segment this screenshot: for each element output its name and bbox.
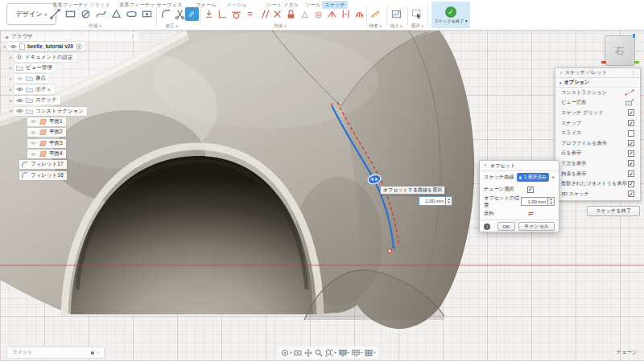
expand-caret-icon[interactable]: ▸ xyxy=(8,65,14,70)
perpendicular-constraint-icon[interactable] xyxy=(216,7,229,21)
section-collapse-icon[interactable]: ▾ xyxy=(559,80,562,85)
browser-item-fillet17[interactable]: フィレット17 xyxy=(2,159,138,170)
modify-group-dropdown[interactable]: 修正 ▾ xyxy=(165,23,177,30)
checkbox-checked[interactable]: ✓ xyxy=(628,170,634,177)
browser-item-bodies[interactable]: ▸ ボディ xyxy=(2,84,138,95)
offset-position-input[interactable]: 1.00 mm xyxy=(521,197,548,206)
zoom-tool[interactable] xyxy=(315,349,323,357)
fix-lock-constraint-icon[interactable] xyxy=(284,7,298,21)
browser-item-document-settings[interactable]: ▸ ドキュメントの設定 xyxy=(2,51,138,62)
palette-row-slice[interactable]: スライス xyxy=(555,128,640,138)
palette-menu-icon[interactable]: ⋮ xyxy=(631,70,636,76)
parallel-constraint-icon[interactable] xyxy=(257,7,270,21)
options-section-header[interactable]: ▾ オプション xyxy=(555,78,640,88)
viewports[interactable]: ▾ xyxy=(365,349,375,357)
finish-sketch-palette-button[interactable]: スケッチを終了 xyxy=(587,206,640,216)
visibility-eye-icon[interactable] xyxy=(16,109,23,113)
ok-button[interactable]: OK xyxy=(497,222,516,231)
dimension-constraint-icon[interactable] xyxy=(202,7,216,21)
offset-dialog-titlebar[interactable]: ⠿ オフセット xyxy=(480,161,559,171)
inspect-group-dropdown[interactable]: 検査 ▾ xyxy=(369,23,381,30)
expand-caret-icon[interactable]: ▸ xyxy=(8,55,14,59)
curvature-constraint-icon[interactable] xyxy=(353,7,366,21)
visibility-eye-off-icon[interactable] xyxy=(30,152,37,157)
display-settings[interactable]: ▾ xyxy=(339,349,349,357)
insert-canvas-icon[interactable] xyxy=(390,7,403,21)
palette-row-snap[interactable]: スナップ ✓ xyxy=(555,118,640,129)
palette-row-show-constraints[interactable]: 拘束を表示 ✓ xyxy=(555,169,640,179)
cancel-button[interactable]: キャンセル xyxy=(518,222,555,231)
offset-position-stepper[interactable]: ▲▼ xyxy=(548,197,555,206)
view-cube[interactable]: 右 xyxy=(605,35,635,66)
palette-row-show-points[interactable]: 点を表示 ✓ xyxy=(555,149,640,159)
visibility-eye-icon[interactable] xyxy=(10,44,17,49)
checkbox-checked[interactable]: ✓ xyxy=(628,109,634,116)
circle-tool-icon[interactable] xyxy=(79,7,93,21)
drag-grip-icon[interactable]: ⠿ xyxy=(484,163,487,168)
visibility-eye-off-icon[interactable] xyxy=(30,119,37,124)
collapse-browser-icon[interactable]: ◀ xyxy=(5,35,8,39)
visibility-eye-off-icon[interactable] xyxy=(16,76,23,81)
spline-tool-icon[interactable] xyxy=(94,7,108,21)
checkbox-unchecked[interactable] xyxy=(628,130,634,137)
coincident-constraint-icon[interactable] xyxy=(270,7,284,21)
fillet-tool-icon[interactable] xyxy=(159,7,173,21)
checkbox-checked[interactable]: ✓ xyxy=(628,191,634,197)
construction-line-icon[interactable] xyxy=(625,89,634,96)
browser-item-origin[interactable]: ▸ 原点 xyxy=(2,73,138,84)
checkbox-checked[interactable]: ✓ xyxy=(628,150,634,157)
info-icon[interactable]: i xyxy=(484,224,490,230)
browser-root-item[interactable]: ▾ beetle_tutorial v20 xyxy=(2,41,138,51)
polygon-tool-icon[interactable] xyxy=(109,7,123,21)
offset-value-input[interactable]: 1.00 mm xyxy=(419,196,446,206)
palette-row-sketch-grid[interactable]: スケッチ グリッド ✓ xyxy=(555,108,640,118)
select-tool-icon[interactable] xyxy=(410,7,423,21)
finish-sketch-button[interactable]: ✓ スケッチを終了 ▾ xyxy=(431,2,470,28)
midpoint-constraint-icon[interactable] xyxy=(325,7,339,21)
drag-grip-icon[interactable]: ⠿ xyxy=(559,71,563,76)
selection-chip[interactable]: 1 選択済み xyxy=(517,173,549,182)
browser-item-plane2[interactable]: 平面2 xyxy=(2,127,138,137)
checkbox-checked[interactable]: ✓ xyxy=(628,120,634,126)
look-at-tool[interactable] xyxy=(294,349,302,357)
palette-row-3d-sketch[interactable]: 3D スケッチ ✓ xyxy=(555,189,640,199)
expand-caret-icon[interactable]: ▾ xyxy=(2,44,7,49)
palette-row-show-profile[interactable]: プロファイルを表示 ✓ xyxy=(555,138,640,149)
line-tool-icon[interactable] xyxy=(48,7,62,21)
checkbox-checked[interactable]: ✓ xyxy=(628,140,634,146)
collapse-caret-icon[interactable]: ▾ xyxy=(8,109,14,113)
fit-tool[interactable]: ▾ xyxy=(325,349,336,357)
checkbox-checked[interactable]: ✓ xyxy=(628,181,634,187)
expand-caret-icon[interactable]: ▸ xyxy=(8,76,14,81)
inspect-measure-icon[interactable] xyxy=(369,7,382,21)
palette-row-show-dimensions[interactable]: 寸法を表示 ✓ xyxy=(555,158,640,169)
palette-row-show-projected-geometry[interactable]: 投影されたジオメトリを表示 ✓ xyxy=(555,178,640,189)
symmetry-triangle-constraint-icon[interactable]: △ xyxy=(298,7,312,21)
browser-item-plane1[interactable]: 平面1 xyxy=(2,117,138,127)
flip-direction-icon[interactable]: ⇄ xyxy=(528,210,534,217)
browser-header[interactable]: ◀ ブラウザ ⋮ xyxy=(2,32,138,41)
select-group-dropdown[interactable]: 選択 ▾ xyxy=(411,23,423,30)
expand-caret-icon[interactable]: ▸ xyxy=(8,98,14,103)
insert-group-dropdown[interactable]: 挿入 ▾ xyxy=(390,23,402,30)
browser-item-view-management[interactable]: ▸ ビュー管理 xyxy=(2,63,138,73)
comments-panel[interactable]: コメント › xyxy=(6,347,105,359)
offset-tool-icon-active[interactable] xyxy=(185,7,199,21)
browser-item-plane3[interactable]: 平面3 xyxy=(2,138,138,149)
look-at-plane-icon[interactable] xyxy=(625,99,634,106)
constraints-group-dropdown[interactable]: 拘束 ▾ xyxy=(274,23,286,30)
visibility-eye-off-icon[interactable] xyxy=(30,141,37,146)
palette-row-construction[interactable]: コンストラクション xyxy=(555,88,640,98)
active-component-radio-icon[interactable] xyxy=(76,43,82,50)
clear-selection-icon[interactable]: × xyxy=(551,173,555,182)
rectangle-tool-icon[interactable] xyxy=(64,7,77,21)
equal-constraint-icon[interactable]: = xyxy=(243,7,257,21)
symmetry-constraint-icon[interactable] xyxy=(339,7,353,21)
slot-tool-icon[interactable] xyxy=(125,7,138,21)
expand-comments-icon[interactable]: › xyxy=(97,350,99,355)
tangent-constraint-icon[interactable] xyxy=(229,7,243,21)
checkbox-checked[interactable]: ✓ xyxy=(628,160,634,166)
create-group-dropdown[interactable]: 作成 ▾ xyxy=(89,23,101,30)
browser-item-construction[interactable]: ▾ コンストラクション xyxy=(2,105,138,116)
browser-item-plane4[interactable]: 平面4 xyxy=(2,149,138,159)
